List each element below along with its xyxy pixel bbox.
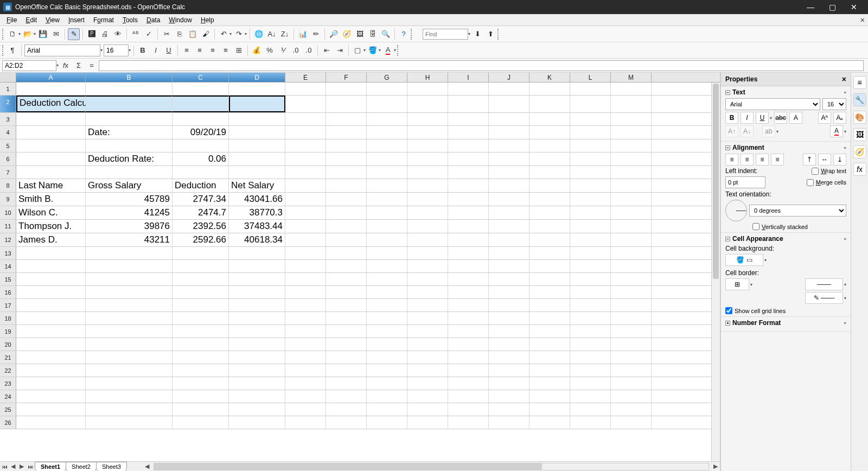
- cell-C17[interactable]: [173, 299, 229, 311]
- row-header-5[interactable]: 5: [0, 139, 16, 152]
- cell-L20[interactable]: [570, 338, 611, 351]
- cell-D20[interactable]: [229, 338, 285, 351]
- new-button[interactable]: 🗋: [7, 28, 18, 40]
- menu-help[interactable]: Help: [196, 15, 219, 25]
- cell-reference-input[interactable]: [2, 60, 56, 71]
- cell-K22[interactable]: [529, 364, 570, 377]
- cell-H24[interactable]: [407, 390, 448, 403]
- cell-C11[interactable]: 2392.56: [173, 220, 229, 233]
- cell-B8[interactable]: Gross Salary: [86, 179, 173, 192]
- col-B[interactable]: B: [86, 73, 173, 82]
- cell-E1[interactable]: [285, 82, 326, 95]
- cell-J21[interactable]: [489, 351, 529, 364]
- cell-A3[interactable]: [16, 113, 86, 125]
- cell-J4[interactable]: [489, 126, 529, 139]
- email-button[interactable]: ✉: [50, 28, 62, 40]
- col-H[interactable]: H: [407, 73, 448, 82]
- cell-A25[interactable]: [16, 403, 86, 416]
- row-header-10[interactable]: 10: [0, 206, 16, 219]
- cell-B2[interactable]: [86, 96, 173, 112]
- sheet-tab-1[interactable]: Sheet1: [35, 462, 66, 471]
- cell-E4[interactable]: [285, 126, 326, 139]
- sidebar-menu-icon[interactable]: ≡: [853, 76, 866, 89]
- cell-G16[interactable]: [367, 286, 407, 298]
- cell-G9[interactable]: [367, 193, 407, 206]
- cell-K8[interactable]: [529, 179, 570, 192]
- cell-C7[interactable]: [173, 166, 229, 179]
- collapse-icon[interactable]: −: [725, 90, 730, 95]
- cell-G13[interactable]: [367, 247, 407, 259]
- cell-D1[interactable]: [229, 82, 285, 95]
- cell-B24[interactable]: [86, 390, 173, 403]
- cell-F8[interactable]: [326, 179, 367, 192]
- cell-H2[interactable]: [407, 96, 448, 112]
- sort-desc-button[interactable]: Z↓: [279, 28, 291, 40]
- navigator-icon[interactable]: 🧭: [853, 145, 866, 158]
- cell-I8[interactable]: [448, 179, 489, 192]
- cell-B7[interactable]: [86, 166, 173, 179]
- cell-I17[interactable]: [448, 299, 489, 311]
- cell-K1[interactable]: [529, 82, 570, 95]
- cell-F7[interactable]: [326, 166, 367, 179]
- sb-center[interactable]: ≡: [741, 154, 754, 166]
- cell-L1[interactable]: [570, 82, 611, 95]
- cell-E21[interactable]: [285, 351, 326, 364]
- cell-K16[interactable]: [529, 286, 570, 298]
- cell-D17[interactable]: [229, 299, 285, 311]
- cell-B16[interactable]: [86, 286, 173, 298]
- cell-H11[interactable]: [407, 220, 448, 233]
- sb-strike[interactable]: abc: [774, 112, 787, 124]
- menu-insert[interactable]: Insert: [64, 15, 89, 25]
- cell-M13[interactable]: [611, 247, 652, 259]
- show-draw-button[interactable]: ✏: [310, 28, 322, 40]
- cell-L26[interactable]: [570, 416, 611, 429]
- sb-left[interactable]: ≡: [725, 154, 738, 166]
- cell-A20[interactable]: [16, 338, 86, 351]
- cell-F25[interactable]: [326, 403, 367, 416]
- cell-H6[interactable]: [407, 152, 448, 166]
- find-toolbar-end[interactable]: [497, 29, 501, 40]
- cell-H5[interactable]: [407, 139, 448, 152]
- more-icon[interactable]: ▫: [844, 144, 846, 151]
- cell-C4[interactable]: 09/20/19: [173, 126, 229, 139]
- cell-L24[interactable]: [570, 390, 611, 403]
- cell-M7[interactable]: [611, 166, 652, 179]
- cell-L5[interactable]: [570, 139, 611, 152]
- cell-J25[interactable]: [489, 403, 529, 416]
- menu-data[interactable]: Data: [142, 15, 164, 25]
- cell-A1[interactable]: [16, 82, 86, 95]
- cell-J16[interactable]: [489, 286, 529, 298]
- sb-shrink[interactable]: A↓: [741, 125, 754, 137]
- cell-B1[interactable]: [86, 82, 173, 95]
- cell-C5[interactable]: [173, 139, 229, 152]
- collapse-icon[interactable]: −: [725, 237, 730, 241]
- cell-J26[interactable]: [489, 416, 529, 429]
- cell-J15[interactable]: [489, 273, 529, 285]
- percent-button[interactable]: %: [264, 44, 276, 56]
- cell-H9[interactable]: [407, 193, 448, 206]
- grid-rows[interactable]: 12Deduction Calculations for Employees34…: [0, 82, 720, 461]
- cell-L15[interactable]: [570, 273, 611, 285]
- cell-I25[interactable]: [448, 403, 489, 416]
- cell-E8[interactable]: [285, 179, 326, 192]
- cell-A12[interactable]: James D.: [16, 233, 86, 246]
- cell-D9[interactable]: 43041.66: [229, 193, 285, 206]
- cell-F12[interactable]: [326, 233, 367, 246]
- cell-A18[interactable]: [16, 312, 86, 324]
- cell-M25[interactable]: [611, 403, 652, 416]
- cell-I20[interactable]: [448, 338, 489, 351]
- hscroll-right[interactable]: ▶: [711, 463, 720, 470]
- cell-F19[interactable]: [326, 325, 367, 338]
- cell-C26[interactable]: [173, 416, 229, 429]
- row-header-8[interactable]: 8: [0, 179, 16, 192]
- cell-D2[interactable]: [229, 96, 285, 112]
- cell-D13[interactable]: [229, 247, 285, 259]
- cell-L8[interactable]: [570, 179, 611, 192]
- cell-D10[interactable]: 38770.3: [229, 206, 285, 219]
- print-button[interactable]: 🖨: [99, 28, 111, 40]
- cell-I13[interactable]: [448, 247, 489, 259]
- cell-I3[interactable]: [448, 113, 489, 125]
- cell-B23[interactable]: [86, 377, 173, 390]
- cell-K26[interactable]: [529, 416, 570, 429]
- sb-highlight[interactable]: ab: [762, 125, 775, 137]
